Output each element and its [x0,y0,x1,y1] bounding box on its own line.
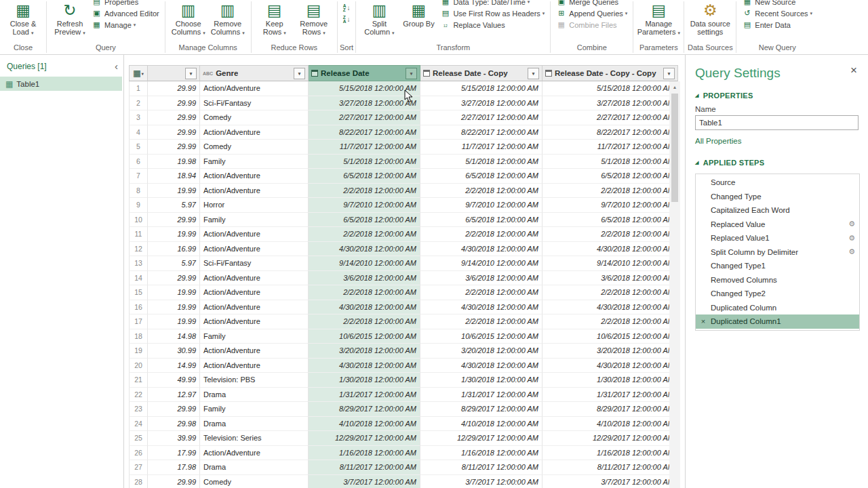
applied-step[interactable]: Split Column by Delimiter⚙ [696,245,859,260]
cell-release-date[interactable]: 3/7/2017 12:00:00 AM [309,475,420,488]
cell-release-date-copy[interactable]: 11/7/2017 12:00:00 AM [420,140,542,155]
cell-release-date-copy-copy[interactable]: 3/20/2018 12:00:00 AM [542,344,678,359]
cell-genre[interactable]: Action/Adventure [200,125,309,140]
choose-columns-button[interactable]: ▥ Choose Columns▾ [169,0,208,37]
cell-price[interactable]: 29.99 [148,110,200,125]
cell-release-date-copy[interactable]: 8/29/2017 12:00:00 AM [420,402,542,417]
table-row[interactable]: 1814.98Family10/6/2015 12:00:00 AM10/6/2… [129,329,685,344]
gear-icon[interactable]: ⚙ [848,247,855,256]
cell-release-date-copy-copy[interactable]: 2/27/2017 12:00:00 AM [542,110,678,125]
cell-release-date-copy-copy[interactable]: 2/2/2018 12:00:00 AM [542,285,678,300]
cell-release-date-copy-copy[interactable]: 9/14/2010 12:00:00 AM [542,256,678,271]
cell-genre[interactable]: Television: Series [200,431,309,446]
manage-button[interactable]: ▦ Manage ▾ [90,19,161,30]
cell-release-date-copy[interactable]: 8/22/2017 12:00:00 AM [420,125,542,140]
cell-release-date[interactable]: 4/30/2018 12:00:00 AM [309,359,420,373]
cell-price[interactable]: 30.99 [148,344,200,359]
cell-genre[interactable]: Action/Adventure [200,314,309,329]
table-row[interactable]: 135.97Sci-Fi/Fantasy9/14/2010 12:00:00 A… [129,256,685,271]
cell-release-date-copy-copy[interactable]: 8/11/2017 12:00:00 AM [542,460,678,475]
table-row[interactable]: 1216.99Action/Adventure4/30/2018 12:00:0… [129,242,685,257]
applied-step[interactable]: Changed Type2 [696,287,859,301]
refresh-preview-button[interactable]: ↻ Refresh Preview▾ [50,0,90,37]
cell-release-date[interactable]: 9/7/2010 12:00:00 AM [309,198,420,213]
cell-genre[interactable]: Action/Adventure [200,271,309,286]
new-source-button[interactable]: ▦ New Source [740,0,814,7]
filter-button[interactable]: ▾ [406,68,417,79]
merge-queries-button[interactable]: ▣ Merge Queries [554,0,629,7]
cell-release-date[interactable]: 6/5/2018 12:00:00 AM [309,213,420,228]
cell-release-date-copy-copy[interactable]: 2/2/2018 12:00:00 AM [542,227,678,242]
cell-release-date-copy-copy[interactable]: 12/29/2017 12:00:00 AM [542,431,678,446]
cell-genre[interactable]: Sci-Fi/Fantasy [200,96,309,111]
cell-price[interactable]: 29.98 [148,417,200,432]
cell-release-date[interactable]: 6/5/2018 12:00:00 AM [309,169,420,184]
cell-price[interactable]: 19.99 [148,300,200,315]
cell-price[interactable]: 29.99 [148,402,200,417]
cell-release-date-copy[interactable]: 3/27/2018 12:00:00 AM [420,96,542,111]
cell-release-date-copy-copy[interactable]: 1/16/2018 12:00:00 AM [542,446,678,461]
cell-genre[interactable]: Drama [200,388,309,403]
cell-price[interactable]: 5.97 [148,256,200,271]
column-header-price[interactable]: ▾ [148,65,200,81]
cell-release-date-copy[interactable]: 1/31/2017 12:00:00 AM [420,388,542,403]
cell-release-date-copy[interactable]: 2/2/2018 12:00:00 AM [420,285,542,300]
cell-release-date[interactable]: 8/29/2017 12:00:00 AM [309,402,420,417]
cell-release-date-copy[interactable]: 8/11/2017 12:00:00 AM [420,460,542,475]
cell-price[interactable]: 16.99 [148,242,200,257]
collapse-panel-icon[interactable]: ‹ [115,63,118,70]
table-row[interactable]: 2429.98Drama4/10/2018 12:00:00 AM4/10/20… [129,417,685,432]
sort-ascending-button[interactable]: AZ↓ [341,2,353,14]
applied-step[interactable]: Source [696,176,859,190]
cell-price[interactable]: 17.99 [148,446,200,461]
table-row[interactable]: 1930.99Action/Adventure3/20/2018 12:00:0… [129,344,685,359]
cell-release-date-copy[interactable]: 5/15/2018 12:00:00 AM [420,81,542,96]
cell-release-date[interactable]: 3/6/2018 12:00:00 AM [309,271,420,286]
filter-button[interactable]: ▾ [663,68,675,79]
cell-release-date-copy-copy[interactable]: 1/31/2017 12:00:00 AM [542,388,678,403]
cell-release-date[interactable]: 3/20/2018 12:00:00 AM [309,344,420,359]
filter-button[interactable]: ▾ [185,68,197,79]
cell-genre[interactable]: Family [200,402,309,417]
gear-icon[interactable]: ⚙ [848,234,855,243]
cell-genre[interactable]: Action/Adventure [200,242,309,257]
cell-release-date-copy[interactable]: 1/16/2018 12:00:00 AM [420,446,542,461]
applied-step[interactable]: Capitalized Each Word [696,203,859,218]
cell-genre[interactable]: Action/Adventure [200,285,309,300]
applied-step[interactable]: Changed Type [696,190,859,204]
cell-release-date-copy[interactable]: 9/7/2010 12:00:00 AM [420,198,542,213]
table-row[interactable]: 2829.99Comedy3/7/2017 12:00:00 AM3/7/201… [129,475,685,488]
cell-genre[interactable]: Action/Adventure [200,300,309,315]
cell-price[interactable]: 29.99 [148,96,200,111]
data-source-settings-button[interactable]: ⚙ Data source settings [688,0,732,36]
cell-genre[interactable]: Family [200,155,309,169]
column-header-release-date-copy-copy[interactable]: Release Date - Copy - Copy ▾ [542,65,678,81]
table-row[interactable]: 718.94Action/Adventure6/5/2018 12:00:00 … [129,169,685,184]
query-item-table1[interactable]: ▦ Table1 [0,77,122,91]
recent-sources-button[interactable]: ↺ Recent Sources ▾ [740,7,814,19]
applied-step[interactable]: Replaced Value1⚙ [696,231,859,245]
table-row[interactable]: 95.97Horror9/7/2010 12:00:00 AM9/7/2010 … [129,198,685,213]
cell-price[interactable]: 29.99 [148,213,200,228]
applied-step[interactable]: Replaced Value⚙ [696,218,859,232]
cell-price[interactable]: 29.99 [148,271,200,286]
cell-release-date-copy-copy[interactable]: 4/30/2018 12:00:00 AM [542,300,678,315]
cell-release-date-copy[interactable]: 6/5/2018 12:00:00 AM [420,213,542,228]
cell-genre[interactable]: Action/Adventure [200,184,309,199]
cell-release-date-copy-copy[interactable]: 6/5/2018 12:00:00 AM [542,169,678,184]
cell-release-date-copy-copy[interactable]: 2/2/2018 12:00:00 AM [542,184,678,199]
table-row[interactable]: 1719.99Action/Adventure2/2/2018 12:00:00… [129,314,685,329]
cell-release-date[interactable]: 9/14/2010 12:00:00 AM [309,256,420,271]
properties-section-header[interactable]: ◢ PROPERTIES [686,87,868,101]
keep-rows-button[interactable]: ▤ Keep Rows▾ [255,0,294,37]
applied-step[interactable]: Changed Type1 [696,259,859,273]
cell-release-date-copy[interactable]: 5/1/2018 12:00:00 AM [420,155,542,169]
cell-release-date-copy-copy[interactable]: 4/10/2018 12:00:00 AM [542,417,678,432]
cell-release-date[interactable]: 2/2/2018 12:00:00 AM [309,227,420,242]
table-row[interactable]: 2212.97Drama1/31/2017 12:00:00 AM1/31/20… [129,388,685,403]
cell-release-date-copy[interactable]: 10/6/2015 12:00:00 AM [420,329,542,344]
applied-step[interactable]: ×Duplicated Column1 [696,314,859,329]
cell-release-date-copy[interactable]: 6/5/2018 12:00:00 AM [420,169,542,184]
table-row[interactable]: 2149.99Television: PBS1/30/2018 12:00:00… [129,373,685,388]
cell-release-date[interactable]: 2/2/2018 12:00:00 AM [309,184,420,199]
